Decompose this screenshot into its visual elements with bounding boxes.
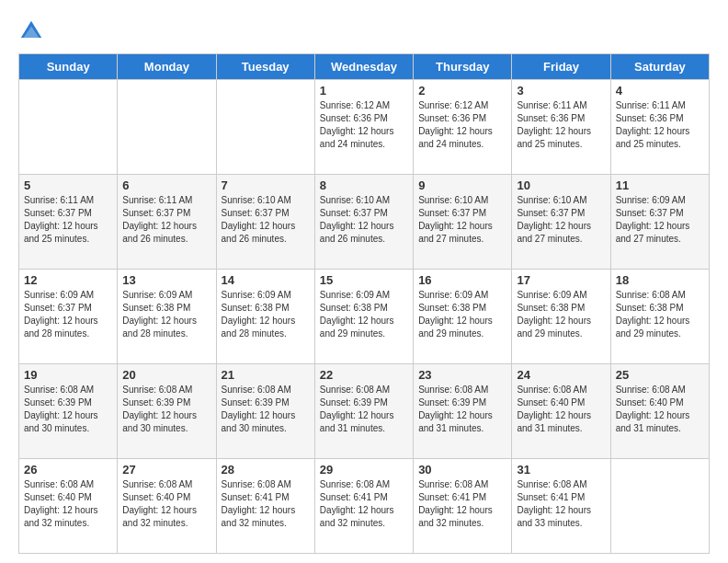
day-info: Sunrise: 6:08 AM Sunset: 6:41 PM Dayligh…: [320, 478, 408, 530]
day-number: 25: [616, 368, 704, 382]
day-number: 21: [222, 368, 310, 382]
table-row: 23Sunrise: 6:08 AM Sunset: 6:39 PM Dayli…: [414, 364, 512, 459]
day-info: Sunrise: 6:08 AM Sunset: 6:39 PM Dayligh…: [24, 384, 112, 435]
day-info: Sunrise: 6:11 AM Sunset: 6:36 PM Dayligh…: [517, 99, 605, 151]
calendar-header-row: Sunday Monday Tuesday Wednesday Thursday…: [19, 54, 710, 80]
day-number: 14: [222, 273, 310, 287]
day-info: Sunrise: 6:08 AM Sunset: 6:38 PM Dayligh…: [616, 289, 704, 340]
day-info: Sunrise: 6:09 AM Sunset: 6:38 PM Dayligh…: [517, 289, 605, 340]
day-info: Sunrise: 6:08 AM Sunset: 6:39 PM Dayligh…: [320, 384, 408, 435]
day-info: Sunrise: 6:08 AM Sunset: 6:41 PM Dayligh…: [222, 478, 310, 530]
day-info: Sunrise: 6:08 AM Sunset: 6:40 PM Dayligh…: [616, 384, 704, 435]
day-number: 7: [222, 178, 310, 192]
day-info: Sunrise: 6:10 AM Sunset: 6:37 PM Dayligh…: [517, 194, 605, 246]
day-info: Sunrise: 6:10 AM Sunset: 6:37 PM Dayligh…: [418, 194, 506, 246]
table-row: 21Sunrise: 6:08 AM Sunset: 6:39 PM Dayli…: [216, 364, 314, 459]
calendar-week-row: 19Sunrise: 6:08 AM Sunset: 6:39 PM Dayli…: [19, 364, 710, 459]
table-row: 13Sunrise: 6:09 AM Sunset: 6:38 PM Dayli…: [118, 270, 216, 364]
day-info: Sunrise: 6:11 AM Sunset: 6:37 PM Dayligh…: [122, 194, 210, 246]
day-info: Sunrise: 6:09 AM Sunset: 6:38 PM Dayligh…: [122, 289, 210, 340]
table-row: [216, 80, 314, 175]
page: Sunday Monday Tuesday Wednesday Thursday…: [0, 0, 728, 563]
table-row: 5Sunrise: 6:11 AM Sunset: 6:37 PM Daylig…: [19, 175, 118, 270]
table-row: 25Sunrise: 6:08 AM Sunset: 6:40 PM Dayli…: [610, 364, 709, 459]
day-number: 23: [418, 368, 506, 382]
calendar-week-row: 1Sunrise: 6:12 AM Sunset: 6:36 PM Daylig…: [19, 80, 710, 175]
day-info: Sunrise: 6:09 AM Sunset: 6:37 PM Dayligh…: [24, 289, 112, 340]
col-saturday: Saturday: [610, 54, 709, 80]
table-row: 26Sunrise: 6:08 AM Sunset: 6:40 PM Dayli…: [19, 459, 118, 554]
col-tuesday: Tuesday: [216, 54, 314, 80]
day-number: 22: [320, 368, 408, 382]
header: [18, 15, 710, 44]
table-row: 8Sunrise: 6:10 AM Sunset: 6:37 PM Daylig…: [314, 175, 413, 270]
table-row: [118, 80, 216, 175]
day-info: Sunrise: 6:08 AM Sunset: 6:39 PM Dayligh…: [418, 384, 506, 435]
day-number: 16: [418, 273, 506, 287]
day-number: 24: [517, 368, 605, 382]
day-info: Sunrise: 6:12 AM Sunset: 6:36 PM Dayligh…: [418, 99, 506, 151]
day-info: Sunrise: 6:09 AM Sunset: 6:38 PM Dayligh…: [222, 289, 310, 340]
day-info: Sunrise: 6:08 AM Sunset: 6:40 PM Dayligh…: [122, 478, 210, 530]
table-row: [19, 80, 118, 175]
day-number: 4: [616, 84, 704, 98]
day-info: Sunrise: 6:08 AM Sunset: 6:39 PM Dayligh…: [122, 384, 210, 435]
day-number: 26: [24, 463, 112, 477]
calendar-week-row: 12Sunrise: 6:09 AM Sunset: 6:37 PM Dayli…: [19, 270, 710, 364]
col-thursday: Thursday: [414, 54, 512, 80]
table-row: 28Sunrise: 6:08 AM Sunset: 6:41 PM Dayli…: [216, 459, 314, 554]
day-number: 27: [122, 463, 210, 477]
day-info: Sunrise: 6:09 AM Sunset: 6:38 PM Dayligh…: [418, 289, 506, 340]
logo: [18, 15, 48, 44]
day-number: 8: [320, 178, 408, 192]
table-row: 7Sunrise: 6:10 AM Sunset: 6:37 PM Daylig…: [216, 175, 314, 270]
table-row: 6Sunrise: 6:11 AM Sunset: 6:37 PM Daylig…: [118, 175, 216, 270]
day-info: Sunrise: 6:08 AM Sunset: 6:40 PM Dayligh…: [517, 384, 605, 435]
table-row: 10Sunrise: 6:10 AM Sunset: 6:37 PM Dayli…: [512, 175, 610, 270]
table-row: 2Sunrise: 6:12 AM Sunset: 6:36 PM Daylig…: [414, 80, 512, 175]
day-info: Sunrise: 6:11 AM Sunset: 6:37 PM Dayligh…: [24, 194, 112, 246]
day-number: 1: [320, 84, 408, 98]
calendar-table: Sunday Monday Tuesday Wednesday Thursday…: [18, 53, 710, 554]
table-row: 18Sunrise: 6:08 AM Sunset: 6:38 PM Dayli…: [610, 270, 709, 364]
calendar-week-row: 5Sunrise: 6:11 AM Sunset: 6:37 PM Daylig…: [19, 175, 710, 270]
day-info: Sunrise: 6:09 AM Sunset: 6:38 PM Dayligh…: [320, 289, 408, 340]
table-row: 31Sunrise: 6:08 AM Sunset: 6:41 PM Dayli…: [512, 459, 610, 554]
day-info: Sunrise: 6:12 AM Sunset: 6:36 PM Dayligh…: [320, 99, 408, 151]
day-number: 9: [418, 178, 506, 192]
day-number: 20: [122, 368, 210, 382]
day-info: Sunrise: 6:08 AM Sunset: 6:39 PM Dayligh…: [222, 384, 310, 435]
day-number: 3: [517, 84, 605, 98]
day-number: 11: [616, 178, 704, 192]
day-number: 12: [24, 273, 112, 287]
day-info: Sunrise: 6:10 AM Sunset: 6:37 PM Dayligh…: [222, 194, 310, 246]
table-row: 3Sunrise: 6:11 AM Sunset: 6:36 PM Daylig…: [512, 80, 610, 175]
day-info: Sunrise: 6:11 AM Sunset: 6:36 PM Dayligh…: [616, 99, 704, 151]
table-row: 12Sunrise: 6:09 AM Sunset: 6:37 PM Dayli…: [19, 270, 118, 364]
day-info: Sunrise: 6:08 AM Sunset: 6:41 PM Dayligh…: [418, 478, 506, 530]
day-number: 15: [320, 273, 408, 287]
col-friday: Friday: [512, 54, 610, 80]
calendar-week-row: 26Sunrise: 6:08 AM Sunset: 6:40 PM Dayli…: [19, 459, 710, 554]
day-number: 6: [122, 178, 210, 192]
day-number: 2: [418, 84, 506, 98]
day-number: 17: [517, 273, 605, 287]
table-row: 14Sunrise: 6:09 AM Sunset: 6:38 PM Dayli…: [216, 270, 314, 364]
day-number: 28: [222, 463, 310, 477]
table-row: 19Sunrise: 6:08 AM Sunset: 6:39 PM Dayli…: [19, 364, 118, 459]
day-number: 18: [616, 273, 704, 287]
day-number: 13: [122, 273, 210, 287]
table-row: 11Sunrise: 6:09 AM Sunset: 6:37 PM Dayli…: [610, 175, 709, 270]
day-info: Sunrise: 6:08 AM Sunset: 6:41 PM Dayligh…: [517, 478, 605, 530]
day-number: 5: [24, 178, 112, 192]
day-info: Sunrise: 6:09 AM Sunset: 6:37 PM Dayligh…: [616, 194, 704, 246]
table-row: 20Sunrise: 6:08 AM Sunset: 6:39 PM Dayli…: [118, 364, 216, 459]
col-wednesday: Wednesday: [314, 54, 413, 80]
table-row: [610, 459, 709, 554]
day-info: Sunrise: 6:08 AM Sunset: 6:40 PM Dayligh…: [24, 478, 112, 530]
day-number: 30: [418, 463, 506, 477]
table-row: 4Sunrise: 6:11 AM Sunset: 6:36 PM Daylig…: [610, 80, 709, 175]
table-row: 30Sunrise: 6:08 AM Sunset: 6:41 PM Dayli…: [414, 459, 512, 554]
table-row: 15Sunrise: 6:09 AM Sunset: 6:38 PM Dayli…: [314, 270, 413, 364]
table-row: 27Sunrise: 6:08 AM Sunset: 6:40 PM Dayli…: [118, 459, 216, 554]
